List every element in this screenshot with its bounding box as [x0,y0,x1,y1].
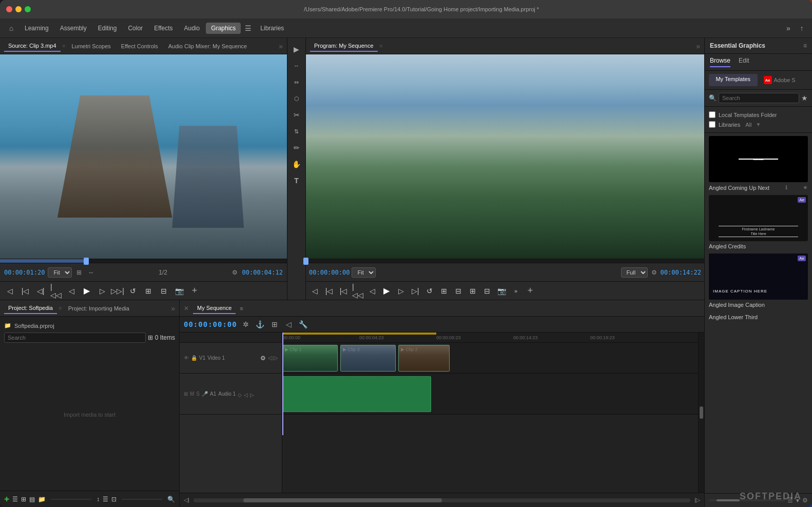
source-fit-dropdown[interactable]: Fit [48,267,72,278]
tool-type[interactable]: T [289,173,304,188]
tab-effect-controls[interactable]: Effect Controls [117,41,162,51]
timeline-playhead[interactable] [282,333,283,435]
minimize-button[interactable] [15,6,22,12]
tool-select[interactable]: ▶ [289,42,304,56]
audio-solo-icon[interactable]: S [196,391,200,397]
eg-tab-edit[interactable]: Edit [739,57,749,67]
source-ctrl-3[interactable]: ⚙ [230,268,239,277]
video-clip-2[interactable]: ▶ Clip 2 [398,345,450,372]
tab-project-softpedia[interactable]: Project: Softpedia [4,303,57,314]
tool-slip[interactable]: ⇅ [289,124,304,139]
program-add-button[interactable]: + [525,285,536,297]
timeline-wrench[interactable]: 🔧 [298,319,309,330]
eg-subtab-my-templates[interactable]: My Templates [709,74,758,86]
video-eye-icon[interactable]: 👁 [184,355,189,361]
project-new-item[interactable]: ✚ [4,496,9,503]
program-scrubber-handle[interactable] [303,258,308,265]
template-angled-image-caption[interactable]: IMAGE CAPTION HERE Ae Angled Image Capti… [709,254,808,308]
tool-track-select[interactable]: ↔ [289,59,304,73]
template-angled-lower-third[interactable]: Ae lower third Angled Lower Third [709,312,808,320]
program-more[interactable]: » [510,285,521,297]
program-fit-dropdown[interactable]: Fit [352,267,376,278]
timeline-scroll-thumb[interactable] [243,498,442,502]
video-prev-btn[interactable]: ◁ [268,355,272,361]
menu-item-learning[interactable]: Learning [20,23,54,34]
tab-lumetri-scopes[interactable]: Lumetri Scopes [67,41,114,51]
timeline-vertical-scroll[interactable] [698,333,704,493]
timeline-horizontal-scroll[interactable] [194,498,690,502]
timeline-mark-in[interactable]: ◁ [283,319,295,330]
home-button[interactable]: ⌂ [4,21,18,35]
audio-prev-btn[interactable]: ◁ [244,392,248,398]
program-loop[interactable]: ↺ [424,285,435,297]
tab-source-clip[interactable]: Source: Clip 3.mp4 [4,41,61,52]
program-mark-in[interactable]: ◁ [309,285,320,297]
source-play[interactable]: ▶ [81,285,92,297]
timeline-snap[interactable]: ✲ [240,319,252,330]
program-insert[interactable]: ⊞ [467,285,478,297]
source-step-back[interactable]: |◁◁ [50,285,62,297]
menu-item-libraries[interactable]: Libraries [255,23,289,34]
tab-program[interactable]: Program: My Sequence [310,41,378,52]
source-add-button[interactable]: + [189,285,200,297]
menu-item-effects[interactable]: Effects [149,23,178,34]
project-icon-btn[interactable]: ⊞ [148,334,153,341]
timeline-timecode[interactable]: 00:00:00:00 [184,320,237,328]
program-multi-cam[interactable]: ⊟ [453,285,464,297]
video-lock-icon[interactable]: 🔒 [191,355,197,361]
tab-audio-clip-mixer[interactable]: Audio Clip Mixer: My Sequence [164,41,251,51]
source-insert[interactable]: ⊞ [143,285,154,297]
project-search-btn[interactable]: 🔍 [167,496,175,503]
source-timecode[interactable]: 00:00:01:20 [4,269,45,276]
audio-mute-icon[interactable]: ⊞ [184,391,188,397]
timeline-linked-select[interactable]: ⚓ [255,319,266,330]
eg-search-input[interactable] [719,93,799,103]
program-step-frame-back[interactable]: ◁ [366,285,378,297]
source-step-fwd[interactable]: ▷▷| [112,285,123,297]
program-play[interactable]: ▶ [381,285,392,297]
project-settings-btn[interactable]: ☰ [103,496,108,503]
source-scrubber-handle[interactable] [84,258,89,265]
eg-scroll-thumb[interactable] [717,499,740,501]
template-angled-coming-up-next[interactable]: Angled Coming Up Next ℹ ★ [709,136,808,191]
audio-clip-1[interactable] [282,376,431,412]
source-ctrl-1[interactable]: ⊞ [75,268,83,277]
tool-rate-stretch[interactable]: ⬡ [289,91,304,106]
tool-ripple-edit[interactable]: ⇔ [289,75,304,89]
eg-settings-btn[interactable]: ⚙ [802,497,808,504]
source-overwrite[interactable]: ⊟ [158,285,169,297]
program-step-frame-fwd[interactable]: ▷ [395,285,407,297]
source-scrubber[interactable] [0,259,287,263]
tool-hand[interactable]: ✋ [289,157,304,171]
program-step-fwd[interactable]: ▷| [410,285,421,297]
project-panel-expand[interactable]: » [171,304,175,313]
project-sort-btn[interactable]: ↕ [96,496,100,503]
program-step-back[interactable]: |◁◁ [352,285,363,297]
video-next-btn[interactable]: ▷ [274,355,278,361]
project-panel-view[interactable]: ▤ [29,496,35,503]
project-search-input[interactable] [4,333,146,343]
eg-star-filter[interactable]: ★ [801,94,808,102]
video-clip-1[interactable]: ▶ Clip 1 [282,345,338,372]
source-loop[interactable]: ↺ [127,285,139,297]
timeline-scroll-handle[interactable] [700,406,703,419]
fullscreen-button[interactable] [25,6,31,12]
source-step-frame-back[interactable]: ◁ [66,285,77,297]
audio-keyframe-btn[interactable]: ◇ [238,392,242,398]
program-prev[interactable]: |◁ [323,285,335,297]
timeline-close[interactable]: ✕ [184,305,189,312]
audio-next-btn[interactable]: ▷ [250,392,254,398]
more-options-button[interactable]: » [782,22,795,34]
source-step-frame-fwd[interactable]: ▷ [96,285,108,297]
video-clip-3[interactable]: ▶ Clip 3 [340,345,396,372]
program-safe-margin[interactable]: ⊞ [438,285,450,297]
audio-mic-icon[interactable]: 🎤 [202,391,208,397]
video-settings-icon[interactable]: ⚙ [260,355,266,362]
source-ctrl-2[interactable]: ↔ [86,268,95,277]
template-angled-credits[interactable]: Firstname Lastname Title Here Ae Angled … [709,195,808,249]
graphics-menu-icon[interactable]: ☰ [242,22,254,34]
menu-item-assembly[interactable]: Assembly [55,23,92,34]
template-1-info[interactable]: ℹ [785,184,787,191]
program-overwrite[interactable]: ⊟ [481,285,493,297]
program-panel-expand[interactable]: » [696,42,700,50]
